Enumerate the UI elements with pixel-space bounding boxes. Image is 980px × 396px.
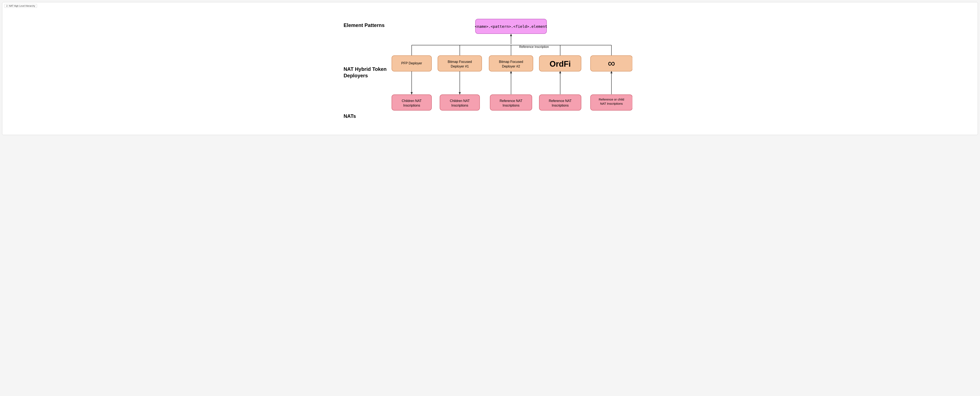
svg-text:Reference NAT: Reference NAT bbox=[549, 99, 571, 103]
svg-text:Inscriptions: Inscriptions bbox=[503, 104, 519, 107]
svg-text:Children NAT: Children NAT bbox=[402, 99, 422, 103]
svg-marker-24 bbox=[459, 92, 461, 95]
svg-text:Deployer #2: Deployer #2 bbox=[502, 65, 520, 68]
top-node-text: <name>.<pattern>.<field>.element bbox=[475, 24, 547, 29]
nat-deployers-label: NAT Hybrid TokenDeployers bbox=[344, 59, 390, 86]
diagram-area: Element Patterns NAT Hybrid TokenDeploye… bbox=[344, 13, 636, 131]
svg-marker-22 bbox=[410, 92, 413, 95]
svg-text:Inscriptions: Inscriptions bbox=[451, 104, 468, 107]
svg-text:Bitmap Focused: Bitmap Focused bbox=[448, 60, 472, 63]
svg-text:Deployer #1: Deployer #1 bbox=[450, 65, 469, 68]
svg-text:PFP Deployer: PFP Deployer bbox=[401, 62, 422, 65]
reference-inscription-label: Reference Inscription bbox=[519, 45, 549, 49]
svg-text:Reference or child: Reference or child bbox=[599, 98, 624, 101]
svg-text:OrdFi: OrdFi bbox=[549, 60, 571, 68]
nats-label: NATs bbox=[344, 105, 390, 128]
svg-marker-2 bbox=[510, 34, 512, 36]
svg-text:Inscriptions: Inscriptions bbox=[403, 104, 420, 107]
svg-text:Reference NAT: Reference NAT bbox=[500, 99, 522, 103]
element-patterns-label: Element Patterns bbox=[344, 13, 390, 38]
diagram-svg: <name>.<pattern>.<field>.element Referen… bbox=[390, 13, 632, 130]
svg-text:Children NAT: Children NAT bbox=[450, 99, 469, 103]
svg-text:NAT Inscriptions: NAT Inscriptions bbox=[600, 102, 623, 105]
tab-label: 2. NAT High Level Hierarchy bbox=[5, 4, 37, 8]
page-container: 2. NAT High Level Hierarchy Element Patt… bbox=[2, 2, 978, 135]
svg-text:Bitmap Focused: Bitmap Focused bbox=[499, 60, 523, 63]
svg-text:∞: ∞ bbox=[608, 58, 615, 69]
svg-text:Inscriptions: Inscriptions bbox=[552, 104, 568, 107]
